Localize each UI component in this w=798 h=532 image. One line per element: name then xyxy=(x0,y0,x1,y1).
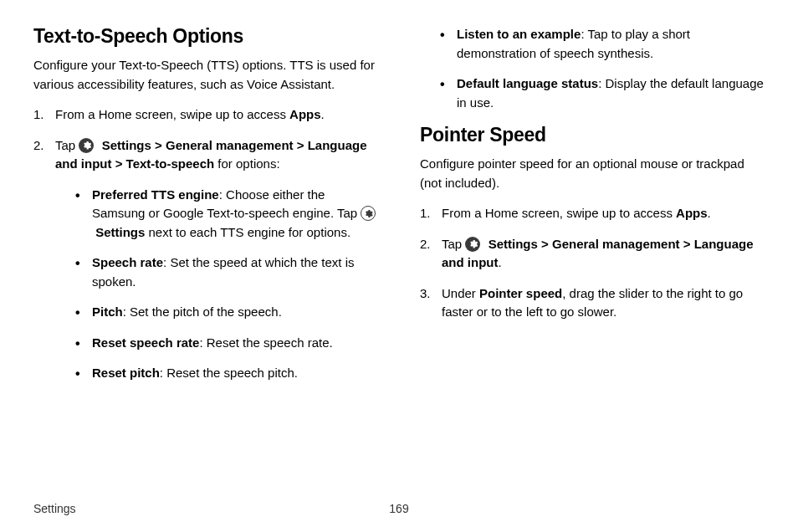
tts-step-1: From a Home screen, swipe up to access A… xyxy=(33,105,378,125)
bullet-pitch: Pitch: Set the pitch of the speech. xyxy=(75,303,378,322)
bullet-reset-pitch: Reset pitch: Reset the speech pitch. xyxy=(75,364,378,383)
footer-page-number: 169 xyxy=(382,502,416,515)
tts-heading: Text-to-Speech Options xyxy=(33,25,378,48)
tts-sub-bullets: Preferred TTS engine: Choose either the … xyxy=(55,186,378,383)
settings-icon xyxy=(79,138,94,153)
bullet-preferred-tts: Preferred TTS engine: Choose either the … xyxy=(75,186,378,243)
pointer-speed-intro: Configure pointer speed for an optional … xyxy=(420,155,765,192)
right-column: Listen to an example: Tap to play a shor… xyxy=(420,25,765,395)
pointer-speed-steps: From a Home screen, swipe up to access A… xyxy=(420,204,765,322)
ps-step-2: Tap Settings > General management > Lang… xyxy=(420,235,765,273)
bullet-reset-speech-rate: Reset speech rate: Reset the speech rate… xyxy=(75,334,378,353)
ps-step-3: Under Pointer speed, drag the slider to … xyxy=(420,284,765,322)
ps-step-1: From a Home screen, swipe up to access A… xyxy=(420,204,765,223)
settings-icon xyxy=(465,237,480,252)
tts-step-2: Tap Settings > General management > Lang… xyxy=(33,136,378,383)
tts-intro: Configure your Text-to-Speech (TTS) opti… xyxy=(33,56,378,94)
tts-continued-bullets: Listen to an example: Tap to play a shor… xyxy=(440,25,765,112)
settings-outline-icon xyxy=(361,206,376,221)
left-column: Text-to-Speech Options Configure your Te… xyxy=(33,25,378,395)
tts-steps: From a Home screen, swipe up to access A… xyxy=(33,105,378,383)
page-footer: Settings 169 xyxy=(33,502,765,515)
bullet-listen-example: Listen to an example: Tap to play a shor… xyxy=(440,25,765,63)
bullet-speech-rate: Speech rate: Set the speed at which the … xyxy=(75,253,378,291)
pointer-speed-heading: Pointer Speed xyxy=(420,124,765,146)
bullet-default-lang-status: Default language status: Display the def… xyxy=(440,74,765,112)
